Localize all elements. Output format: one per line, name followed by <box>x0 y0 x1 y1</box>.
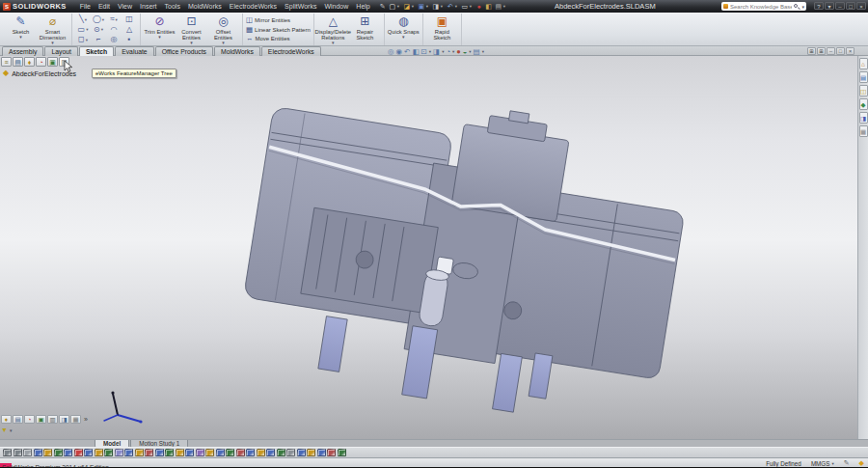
toolbar-icon[interactable] <box>176 449 184 456</box>
quick-snaps-button[interactable]: ◍Quick Snaps▾ <box>388 14 420 40</box>
tab-moldworks[interactable]: MoldWorks <box>214 46 260 56</box>
view-palette-icon[interactable]: ◨ <box>859 112 868 124</box>
toolbar-icon[interactable] <box>3 449 12 456</box>
panel-icon-4[interactable]: ▣ <box>36 415 46 424</box>
menu-help[interactable]: Help <box>352 3 373 10</box>
panel-icon-1[interactable]: ♦ <box>1 415 12 424</box>
toolbar-icon[interactable] <box>236 449 245 456</box>
toolbar-icon[interactable] <box>74 449 83 456</box>
previous-view-icon[interactable]: ↶ <box>404 47 410 56</box>
toolbar-icon[interactable] <box>95 449 103 456</box>
menu-file[interactable]: File <box>76 3 95 10</box>
panel-icon-7[interactable]: ▦ <box>70 415 81 424</box>
dropdown-arrow-icon[interactable]: ▾ <box>503 4 508 9</box>
panel-icon-5[interactable]: ▥ <box>47 415 58 424</box>
open-icon[interactable]: ◪ <box>402 1 412 12</box>
file-explorer-icon[interactable]: ◫ <box>859 85 868 96</box>
zoom-to-fit-icon[interactable]: ◎ <box>388 47 394 56</box>
arc-button[interactable]: ◠ <box>106 25 122 35</box>
sketch-button[interactable]: ✎Sketch▾ <box>5 14 37 40</box>
offset-entities-button[interactable]: ◎Offset Entities▾ <box>207 14 239 45</box>
dropdown-arrow-icon[interactable]: ▾ <box>102 17 104 22</box>
file-properties-icon[interactable]: ▤ <box>494 1 503 12</box>
overflow-icon[interactable]: » <box>84 416 88 423</box>
dropdown-arrow-icon[interactable]: ▾ <box>85 17 87 22</box>
filter-dropdown-icon[interactable]: ▾ <box>10 427 13 433</box>
toolbar-icon[interactable] <box>23 449 32 456</box>
toolbar-icon[interactable] <box>257 449 265 456</box>
dropdown-arrow-icon[interactable]: ▾ <box>452 49 454 54</box>
panel-icon-2[interactable]: ▤ <box>13 415 23 424</box>
toolbar-icon[interactable] <box>277 449 285 456</box>
repair-sketch-button[interactable]: ⊞Repair Sketch <box>349 14 381 41</box>
configurationmanager-tab-icon[interactable]: ♦ <box>24 57 35 67</box>
menu-insert[interactable]: Insert <box>136 3 161 10</box>
maximize-button[interactable]: □ <box>846 2 855 10</box>
panel-icon-3[interactable]: ◔ <box>24 415 35 424</box>
close-doc-button[interactable]: × <box>846 47 854 55</box>
toolbar-icon[interactable] <box>185 449 194 456</box>
toolbar-icon[interactable] <box>64 449 72 456</box>
displaymanager-tab-icon[interactable]: ▣ <box>47 57 58 67</box>
dropdown-arrow-icon[interactable]: ▾ <box>116 17 118 22</box>
toolbar-icon[interactable] <box>317 449 326 456</box>
minimize-doc-button[interactable]: – <box>827 47 835 55</box>
plane-button[interactable]: ◎ <box>106 35 122 44</box>
view-orientation-icon[interactable]: ⊡ <box>420 47 426 56</box>
fillet-button[interactable]: ⌐ <box>91 35 106 44</box>
spline-button[interactable]: ≈▾ <box>106 14 122 24</box>
edit-appearance-icon[interactable]: ● <box>456 47 461 56</box>
display-style-icon[interactable]: ◨ <box>433 47 440 56</box>
panel-icon-6[interactable]: ◨ <box>59 415 69 424</box>
dropdown-arrow-icon[interactable]: ▾ <box>86 27 88 32</box>
rebuild-icon[interactable]: ● <box>475 1 484 12</box>
toolbar-icon[interactable] <box>155 449 164 456</box>
toolbar-icon[interactable] <box>135 449 144 456</box>
zoom-to-area-icon[interactable]: ◉ <box>396 47 403 56</box>
display-delete-relations-button[interactable]: △Display/Delete Relations▾ <box>317 14 349 45</box>
save-icon[interactable]: ▣ <box>417 1 426 12</box>
dropdown-arrow-icon[interactable]: ▾ <box>429 49 431 54</box>
convert-entities-button[interactable]: ⊡Convert Entities▾ <box>176 14 207 45</box>
toolbar-icon[interactable] <box>297 449 306 456</box>
search-icon[interactable] <box>794 4 800 10</box>
linear-sketch-pattern-button[interactable]: ▦Linear Sketch Pattern <box>246 26 311 34</box>
toolbar-icon[interactable] <box>165 449 174 456</box>
toolbar-icon[interactable] <box>226 449 234 456</box>
hide-show-items-icon[interactable]: ◔ <box>446 47 450 56</box>
tags-icon[interactable]: ◆ <box>859 459 864 467</box>
help-dropdown-icon[interactable]: ▾ <box>825 2 834 10</box>
toolbar-icon[interactable] <box>266 449 275 456</box>
dropdown-arrow-icon[interactable]: ▾ <box>190 41 193 45</box>
move-entities-button[interactable]: ↔Move Entities <box>246 35 311 42</box>
toolbar-icon[interactable] <box>115 449 123 456</box>
dimxpert-tab-icon[interactable]: ◔ <box>36 57 46 67</box>
toolbar-icon[interactable] <box>145 449 153 456</box>
toolbar-icon[interactable] <box>54 449 63 456</box>
units-dropdown-icon[interactable]: ▾ <box>831 461 833 466</box>
toolbar-icon[interactable] <box>216 449 225 456</box>
mirror-entities-button[interactable]: ◫Mirror Entities <box>246 16 311 24</box>
tab-office-products[interactable]: Office Products <box>155 46 213 56</box>
search-results-icon[interactable]: ◆ <box>859 98 868 110</box>
dropdown-arrow-icon[interactable]: ▾ <box>469 49 471 54</box>
ellipse-button[interactable]: ◻▾ <box>75 35 91 44</box>
help-button[interactable]: ? <box>814 2 824 10</box>
view-settings-icon[interactable]: ▤ <box>474 47 480 56</box>
featuremanager-tab-icon[interactable]: ≡ <box>1 57 12 67</box>
options-icon[interactable]: ◧ <box>484 1 494 12</box>
tab-sketch[interactable]: Sketch <box>79 46 114 56</box>
dropdown-arrow-icon[interactable]: ▾ <box>101 27 103 32</box>
search-scope-icon[interactable] <box>723 4 728 9</box>
menu-moldworks[interactable]: MoldWorks <box>184 3 226 10</box>
select-icon[interactable]: ▭ <box>460 1 470 12</box>
toolbar-icon[interactable] <box>286 449 295 456</box>
print-icon[interactable]: ◨ <box>431 1 441 12</box>
dropdown-arrow-icon[interactable]: ▾ <box>222 41 225 45</box>
new-window-button[interactable]: ⊞ <box>807 47 816 55</box>
point-button[interactable]: ▪ <box>122 35 137 44</box>
dropdown-arrow-icon[interactable]: ▾ <box>86 38 88 42</box>
pen-icon[interactable]: ✎ <box>378 1 388 12</box>
toolbar-icon[interactable] <box>307 449 315 456</box>
unit-system-selector[interactable]: MMGS ▾ <box>811 460 834 467</box>
